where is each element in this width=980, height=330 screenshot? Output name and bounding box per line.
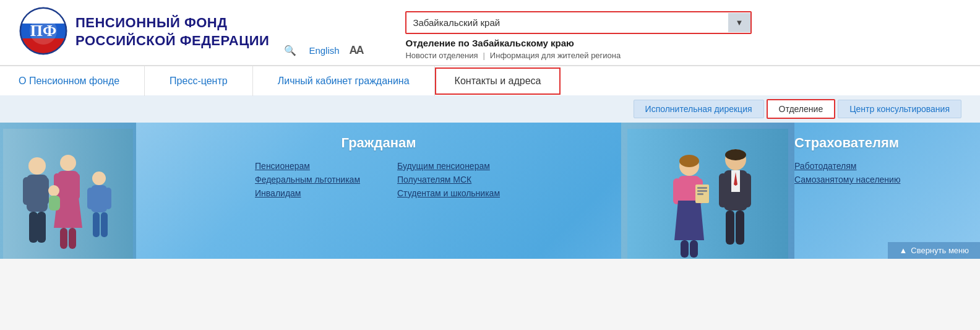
svg-point-8 xyxy=(28,157,46,175)
banner-link-self-employed[interactable]: Самозанятому населению xyxy=(794,175,900,185)
region-info-link[interactable]: Информация для жителей региона xyxy=(490,51,621,60)
banner-insurers-photo xyxy=(621,123,794,259)
banner-citizens-title: Гражданам xyxy=(342,135,416,151)
svg-rect-39 xyxy=(697,187,707,189)
logo-text: ПЕНСИОННЫЙ ФОНД РОССИЙСКОЙ ФЕДЕРАЦИИ xyxy=(75,14,269,50)
svg-rect-49 xyxy=(726,211,734,245)
search-button[interactable]: 🔍 xyxy=(282,43,299,58)
svg-rect-12 xyxy=(29,212,38,243)
svg-rect-40 xyxy=(697,190,707,192)
header-right: ▼ Отделение по Забайкальскому краю Новос… xyxy=(405,6,961,60)
svg-point-21 xyxy=(92,172,106,185)
chevron-up-icon: ▲ xyxy=(899,246,907,255)
header-center: 🔍 English АА xyxy=(282,22,393,60)
nav-about[interactable]: О Пенсионном фонде xyxy=(19,66,145,96)
svg-rect-41 xyxy=(697,193,703,195)
nav-contacts[interactable]: Контакты и адреса xyxy=(435,67,561,95)
banner-link-students[interactable]: Студентам и школьникам xyxy=(397,188,502,198)
banner-insurers-links: Работодателям Самозанятому населению xyxy=(794,161,900,185)
svg-marker-35 xyxy=(674,201,704,240)
font-size-button[interactable]: АА xyxy=(350,44,363,57)
svg-rect-10 xyxy=(23,177,30,205)
region-links: Новости отделения | Информация для жител… xyxy=(405,51,961,60)
banner-insurers-title: Страхователям xyxy=(794,135,899,151)
svg-rect-26 xyxy=(101,212,108,237)
logo-icon: ПФ xyxy=(19,6,68,58)
banner-link-future-pensioners[interactable]: Будущим пенсионерам xyxy=(397,161,502,171)
main-nav: О Пенсионном фонде Пресс-центр Личный ка… xyxy=(0,66,980,95)
svg-rect-50 xyxy=(736,211,744,245)
nav-personal[interactable]: Личный кабинет гражданина xyxy=(253,66,435,96)
nav-press[interactable]: Пресс-центр xyxy=(145,66,253,96)
svg-point-14 xyxy=(60,155,76,171)
banner-link-disabled[interactable]: Инвалидам xyxy=(255,188,360,198)
banner-insurers-section: Страхователям Работодателям Самозанятому… xyxy=(794,123,980,259)
banner: Гражданам Пенсионерам Будущим пенсионера… xyxy=(0,123,980,259)
banner-link-msk[interactable]: Получателям МСК xyxy=(397,175,502,185)
header: ПФ ПЕНСИОННЫЙ ФОНД РОССИЙСКОЙ ФЕДЕРАЦИИ … xyxy=(0,0,980,66)
region-input[interactable] xyxy=(406,12,728,33)
collapse-menu-button[interactable]: ▲ Свернуть меню xyxy=(888,242,980,259)
svg-rect-28 xyxy=(49,196,60,211)
banner-link-pensioners[interactable]: Пенсионерам xyxy=(255,161,360,171)
svg-rect-25 xyxy=(93,212,100,237)
banner-citizens-links: Пенсионерам Будущим пенсионерам Федераль… xyxy=(255,161,502,198)
svg-point-27 xyxy=(48,185,59,196)
svg-rect-33 xyxy=(673,178,681,204)
svg-rect-20 xyxy=(69,228,76,249)
sub-nav-directorate[interactable]: Исполнительная дирекция xyxy=(634,100,764,118)
svg-rect-13 xyxy=(37,212,46,243)
svg-rect-19 xyxy=(60,228,67,249)
svg-text:ПФ: ПФ xyxy=(30,22,57,40)
svg-point-31 xyxy=(679,155,699,167)
svg-point-43 xyxy=(725,149,746,160)
svg-rect-46 xyxy=(743,173,751,207)
svg-rect-24 xyxy=(105,188,111,209)
svg-rect-37 xyxy=(690,240,698,258)
svg-rect-36 xyxy=(681,240,689,258)
search-icon: 🔍 xyxy=(284,45,296,56)
svg-rect-17 xyxy=(73,173,80,199)
logo-area: ПФ ПЕНСИОННЫЙ ФОНД РОССИЙСКОЙ ФЕДЕРАЦИИ xyxy=(19,6,269,58)
svg-rect-23 xyxy=(87,188,93,209)
banner-link-benefits[interactable]: Федеральным льготникам xyxy=(255,175,360,185)
region-divider: | xyxy=(483,51,484,60)
banner-family-photo xyxy=(0,123,136,259)
svg-rect-45 xyxy=(719,173,727,207)
region-news-link[interactable]: Новости отделения xyxy=(405,51,478,60)
region-select-wrapper: ▼ xyxy=(405,11,752,34)
sub-nav-department[interactable]: Отделение xyxy=(767,99,836,119)
region-title: Отделение по Забайкальскому краю xyxy=(405,38,961,48)
banner-citizens-section: Гражданам Пенсионерам Будущим пенсионера… xyxy=(136,123,621,259)
sub-nav-consulting[interactable]: Центр консультирования xyxy=(838,100,961,118)
svg-rect-11 xyxy=(41,177,49,205)
banner-link-employers[interactable]: Работодателям xyxy=(794,161,900,171)
region-dropdown-button[interactable]: ▼ xyxy=(728,13,751,32)
chevron-down-icon: ▼ xyxy=(736,18,744,27)
english-link[interactable]: English xyxy=(309,45,339,56)
sub-nav: Исполнительная дирекция Отделение Центр … xyxy=(0,95,980,123)
